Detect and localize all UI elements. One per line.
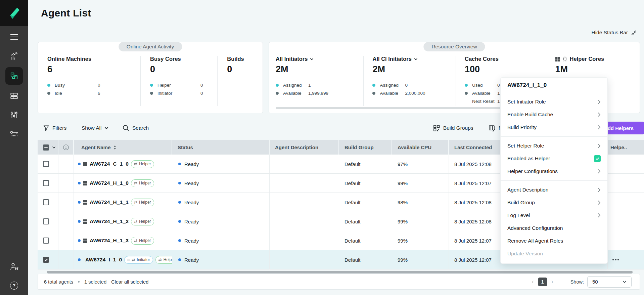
search-button[interactable]: Search	[123, 123, 149, 133]
header-build-group[interactable]: Build Group	[339, 140, 392, 155]
last-connected-cell: 8 Jul 2025 12:07	[449, 174, 501, 193]
header-last-connected[interactable]: Last Connected	[449, 140, 501, 155]
hide-status-bar-button[interactable]: Hide Status Bar	[591, 30, 637, 36]
prev-page-button[interactable]: ‹	[531, 278, 535, 285]
selected-count-text: 1 selected	[84, 279, 106, 285]
menu-item-update-version: Update Version	[501, 247, 607, 260]
sidebar	[0, 0, 28, 295]
sort-icon[interactable]	[113, 145, 116, 150]
agent-name-cell: AW6724_C_1_0 Helper	[74, 155, 172, 174]
build-group-cell: Default	[339, 193, 392, 212]
build-groups-icon	[10, 91, 18, 100]
helper-badge: Helper	[131, 179, 154, 187]
cpu-cell: 98%	[392, 193, 449, 212]
menu-item-helper-configurations[interactable]: Helper Configurations	[501, 165, 607, 178]
search-icon	[123, 125, 129, 131]
menu-item-agent-description[interactable]: Agent Description	[501, 183, 607, 196]
menu-item-remove-all-agent-roles[interactable]: Remove All Agent Roles	[501, 235, 607, 247]
sidebar-item-help[interactable]	[0, 282, 28, 290]
windows-icon	[83, 200, 87, 205]
build-groups-grid-icon	[433, 125, 440, 132]
sidebar-item-settings[interactable]	[0, 111, 28, 119]
menu-item-enabled-as-helper[interactable]: Enabled as Helper	[501, 152, 607, 165]
total-agents-text: 6 total agents	[44, 279, 73, 285]
menu-item-build-group[interactable]: Build Group	[501, 196, 607, 209]
header-available-cpu[interactable]: Available CPU	[392, 140, 449, 155]
row-checkbox[interactable]	[43, 161, 49, 167]
table-horizontal-scrollbar[interactable]	[47, 271, 633, 273]
idle-dot	[47, 92, 50, 95]
description-cell	[270, 212, 339, 231]
alert-cell	[58, 155, 74, 174]
panel-horizontal-scrollbar[interactable]	[276, 107, 501, 109]
stat-value: 2M	[276, 64, 363, 75]
clear-all-selected-link[interactable]: Clear all selected	[111, 279, 148, 285]
menu-item-build-priority[interactable]: Build Priority	[501, 121, 607, 134]
next-page-button[interactable]: ›	[550, 278, 554, 285]
menu-item-set-helper-role[interactable]: Set Helper Role	[501, 139, 607, 152]
alert-cell	[58, 174, 74, 193]
enabled-helper-checkbox[interactable]	[594, 155, 601, 162]
build-groups-button[interactable]: Build Groups	[433, 123, 473, 133]
stat-title: Online Machines	[47, 56, 140, 62]
row-more-actions-button[interactable]	[612, 259, 619, 260]
last-connected-cell: 8 Jul 2025 12:08	[449, 212, 501, 231]
description-cell	[270, 155, 339, 174]
sidebar-item-build-groups[interactable]	[0, 91, 28, 100]
row-checkbox[interactable]	[43, 238, 49, 244]
sidebar-item-agents[interactable]	[0, 67, 28, 85]
stat-title: Cache Cores	[465, 56, 548, 62]
page-number-button[interactable]: 1	[538, 278, 547, 286]
build-group-cell: Default	[339, 155, 392, 174]
sidebar-item-user-settings[interactable]	[0, 262, 28, 271]
windows-icon	[555, 57, 560, 61]
status-cell: Ready	[172, 212, 270, 231]
row-checkbox[interactable]	[43, 218, 49, 224]
header-agent-description[interactable]: Agent Description	[270, 140, 339, 155]
agent-name-cell: AW6724_H_1_0 Helper	[74, 174, 172, 193]
assigned-dot	[372, 84, 375, 87]
app-logo[interactable]	[0, 0, 28, 26]
dashboard-chart-icon	[10, 52, 18, 61]
show-all-dropdown[interactable]: Show All	[82, 123, 108, 133]
cpu-cell: 99%	[392, 174, 449, 193]
agent-name-cell: AW6724_H_1_1 Helper	[74, 193, 172, 212]
all-initiators-dropdown[interactable]: All Initiators	[276, 56, 363, 62]
sidebar-item-dashboard[interactable]	[0, 52, 28, 61]
header-agent-name[interactable]: Agent Name	[74, 140, 172, 155]
sidebar-menu-toggle[interactable]	[0, 33, 28, 41]
header-helpers[interactable]: Helpe..	[608, 140, 644, 155]
row-checkbox[interactable]	[43, 180, 49, 186]
row-checkbox-checked[interactable]	[43, 257, 49, 263]
linux-penguin-icon	[562, 56, 567, 62]
page-size-select[interactable]: 50	[587, 276, 632, 288]
manage-columns-icon	[489, 125, 496, 132]
available-dot	[276, 92, 279, 95]
row-checkbox[interactable]	[43, 199, 49, 205]
legend-row: Available2,000,000	[372, 91, 456, 96]
swap-arrows-icon	[158, 258, 162, 262]
legend-row: Initiator0	[150, 91, 217, 96]
status-cell: Ready	[172, 250, 270, 269]
available-dot	[465, 92, 468, 95]
alert-cell	[58, 231, 74, 250]
indeterminate-mark-icon	[44, 147, 48, 148]
legend-row: Assigned1	[276, 83, 363, 88]
used-dot	[465, 84, 468, 87]
sidebar-item-license[interactable]	[0, 130, 28, 138]
header-status[interactable]: Status	[172, 140, 270, 155]
last-connected-cell: 8 Jul 2025 12:07	[449, 250, 501, 269]
select-dropdown-chevron-icon[interactable]	[52, 146, 56, 149]
agent-name-cell: AW6724_H_1_2 Helper	[74, 212, 172, 231]
menu-item-log-level[interactable]: Log Level	[501, 209, 607, 222]
menu-divider	[501, 180, 607, 181]
select-all-checkbox[interactable]	[43, 144, 49, 151]
menu-item-enable-build-cache[interactable]: Enable Build Cache	[501, 108, 607, 121]
alert-cell	[58, 250, 74, 269]
menu-item-advanced-configuration[interactable]: Advanced Configuration	[501, 222, 607, 235]
filters-button[interactable]: Filters	[43, 123, 66, 133]
all-ci-initiators-dropdown[interactable]: All CI Initiators	[372, 56, 456, 62]
menu-item-set-initiator-role[interactable]: Set Initiator Role	[501, 95, 607, 108]
online-panel-stats: Online Machines 6 Busy0 Idle6 Busy Cores…	[38, 42, 263, 113]
chevron-down-icon	[310, 58, 314, 60]
